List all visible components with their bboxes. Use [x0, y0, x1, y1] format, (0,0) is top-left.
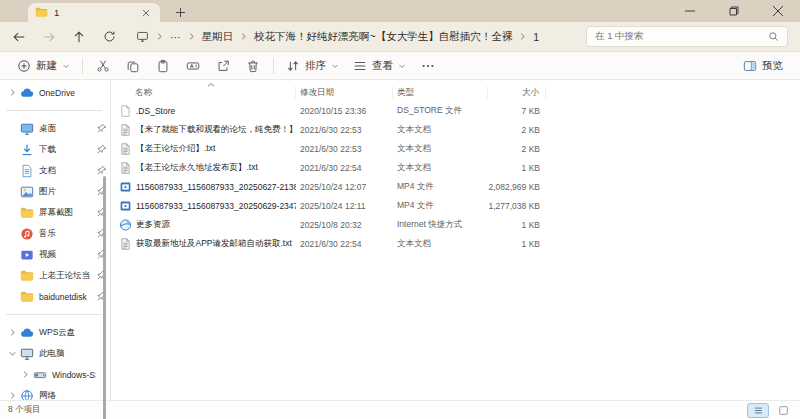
- minimize-button[interactable]: [668, 0, 712, 22]
- file-row[interactable]: 1156087933_1156087933_20250627-2138... 2…: [111, 177, 800, 196]
- toolbar-separator: [273, 58, 274, 74]
- pin-icon: [96, 144, 107, 155]
- delete-button[interactable]: [238, 54, 268, 78]
- expand-chevron-icon[interactable]: [21, 369, 32, 380]
- sidebar-item[interactable]: 屏幕截图: [0, 202, 110, 223]
- paste-button[interactable]: [148, 54, 178, 78]
- file-row[interactable]: 1156087933_1156087933_20250629-2347... 2…: [111, 196, 800, 215]
- sort-label: 排序: [305, 59, 326, 73]
- more-options-button[interactable]: [413, 54, 443, 78]
- sort-button[interactable]: 排序: [279, 54, 346, 78]
- file-row[interactable]: 【老王论坛介绍】.txt 2021/6/30 22:53 文本文档 2 KB: [111, 139, 800, 158]
- sidebar-item[interactable]: 音乐: [0, 223, 110, 244]
- file-name: 更多资源: [136, 219, 296, 231]
- sidebar-item-label: 文档: [39, 165, 96, 177]
- expand-chevron-icon[interactable]: [8, 327, 19, 338]
- back-button[interactable]: [6, 25, 32, 49]
- sidebar-item[interactable]: 下载: [0, 139, 110, 160]
- sidebar-item[interactable]: Windows-SSD: [0, 364, 110, 385]
- file-type: MP4 文件: [393, 200, 488, 212]
- share-button[interactable]: [208, 54, 238, 78]
- sidebar-item-icon: [20, 389, 34, 401]
- file-row[interactable]: 【来了就能下载和观看的论坛，纯免费！】.txt 2021/6/30 22:53 …: [111, 120, 800, 139]
- preview-button[interactable]: 预览: [736, 54, 790, 78]
- sidebar-item-label: Windows-SSD: [52, 370, 96, 380]
- breadcrumb: ··· 星期日 校花下海！好纯好漂亮啊~【女大学生】自慰插穴！全裸 1: [132, 28, 576, 46]
- file-type: 文本文档: [393, 238, 488, 250]
- file-row[interactable]: 【老王论坛永久地址发布页】.txt 2021/6/30 22:54 文本文档 1…: [111, 158, 800, 177]
- file-row[interactable]: 获取最新地址及APP请发邮箱自动获取.txt 2021/6/30 22:54 文…: [111, 234, 800, 253]
- sort-icon: [286, 59, 300, 73]
- expand-chevron-icon[interactable]: [8, 87, 19, 98]
- file-size: 1 KB: [488, 163, 546, 173]
- explorer-tab[interactable]: 1: [28, 3, 160, 22]
- chevron-right-icon: [516, 32, 529, 41]
- expand-chevron-icon[interactable]: [8, 390, 19, 400]
- file-list-pane: 名称 修改日期 类型 大小 .DS_Store 2020/10/15 23:36…: [111, 80, 800, 400]
- file-type-icon: [119, 142, 132, 156]
- up-button[interactable]: [66, 25, 92, 49]
- sidebar-item[interactable]: 网络: [0, 385, 110, 400]
- breadcrumb-item[interactable]: 1: [529, 29, 543, 45]
- expand-chevron-icon[interactable]: [8, 348, 19, 359]
- sidebar-item-icon: [20, 326, 34, 340]
- window-controls: [668, 0, 800, 22]
- maximize-button[interactable]: [712, 0, 756, 22]
- close-button[interactable]: [756, 0, 800, 22]
- column-header-type[interactable]: 类型: [393, 86, 488, 99]
- sidebar-item[interactable]: 文档: [0, 160, 110, 181]
- breadcrumb-overflow[interactable]: ···: [166, 29, 185, 45]
- file-size: 7 KB: [488, 106, 546, 116]
- tab-title: 1: [54, 7, 133, 18]
- sidebar-item-icon: [20, 248, 34, 262]
- new-button[interactable]: 新建: [10, 54, 77, 78]
- file-date-modified: 2021/6/30 22:54: [296, 163, 393, 173]
- sidebar-item[interactable]: baidunetdisk: [0, 286, 110, 307]
- large-icons-view-toggle[interactable]: [772, 403, 794, 418]
- sidebar-item[interactable]: OneDrive: [0, 82, 110, 103]
- new-tab-button[interactable]: [172, 4, 188, 20]
- file-name: 【老王论坛永久地址发布页】.txt: [136, 162, 296, 174]
- sidebar-item[interactable]: WPS云盘: [0, 322, 110, 343]
- file-type-icon: [119, 237, 132, 251]
- view-icon: [353, 59, 367, 73]
- file-name: .DS_Store: [136, 106, 296, 116]
- breadcrumb-item[interactable]: 校花下海！好纯好漂亮啊~【女大学生】自慰插穴！全裸: [250, 28, 516, 46]
- file-row[interactable]: 更多资源 2025/10/8 20:32 Internet 快捷方式 1 KB: [111, 215, 800, 234]
- file-type-icon: [119, 161, 132, 175]
- sidebar-item[interactable]: 上老王论坛当: [0, 265, 110, 286]
- address-bar: ··· 星期日 校花下海！好纯好漂亮啊~【女大学生】自慰插穴！全裸 1 在 1 …: [0, 22, 800, 52]
- details-view-toggle[interactable]: [747, 403, 769, 418]
- location-icon[interactable]: [132, 28, 153, 45]
- sidebar-item[interactable]: 此电脑: [0, 343, 110, 364]
- tab-close-icon[interactable]: [139, 6, 153, 20]
- new-label: 新建: [36, 59, 57, 73]
- file-type: 文本文档: [393, 143, 488, 155]
- sidebar-item-icon: [20, 86, 34, 100]
- column-header-date[interactable]: 修改日期: [296, 86, 393, 99]
- file-row[interactable]: .DS_Store 2020/10/15 23:36 DS_STORE 文件 7…: [111, 101, 800, 120]
- chevron-down-icon: [62, 62, 70, 70]
- search-input[interactable]: 在 1 中搜索: [586, 26, 788, 47]
- file-type-icon: [119, 104, 132, 118]
- view-button[interactable]: 查看: [346, 54, 413, 78]
- copy-button[interactable]: [118, 54, 148, 78]
- file-size: 1 KB: [488, 220, 546, 230]
- sidebar-item[interactable]: 视频: [0, 244, 110, 265]
- file-name: 1156087933_1156087933_20250629-2347...: [136, 201, 296, 211]
- preview-label: 预览: [762, 59, 783, 73]
- breadcrumb-item[interactable]: 星期日: [198, 28, 238, 46]
- file-name: 【来了就能下载和观看的论坛，纯免费！】.txt: [136, 124, 296, 136]
- item-count: 8 个项目: [8, 404, 41, 416]
- rename-button[interactable]: [178, 54, 208, 78]
- forward-button[interactable]: [36, 25, 62, 49]
- cut-button[interactable]: [88, 54, 118, 78]
- sidebar-item[interactable]: 图片: [0, 181, 110, 202]
- column-header-size[interactable]: 大小: [488, 86, 546, 99]
- sidebar-item[interactable]: 桌面: [0, 118, 110, 139]
- pin-icon: [96, 123, 107, 134]
- chevron-right-icon: [185, 32, 198, 41]
- refresh-button[interactable]: [96, 25, 122, 49]
- sidebar-scrollbar[interactable]: [103, 176, 106, 419]
- sidebar-item-label: 图片: [39, 186, 96, 198]
